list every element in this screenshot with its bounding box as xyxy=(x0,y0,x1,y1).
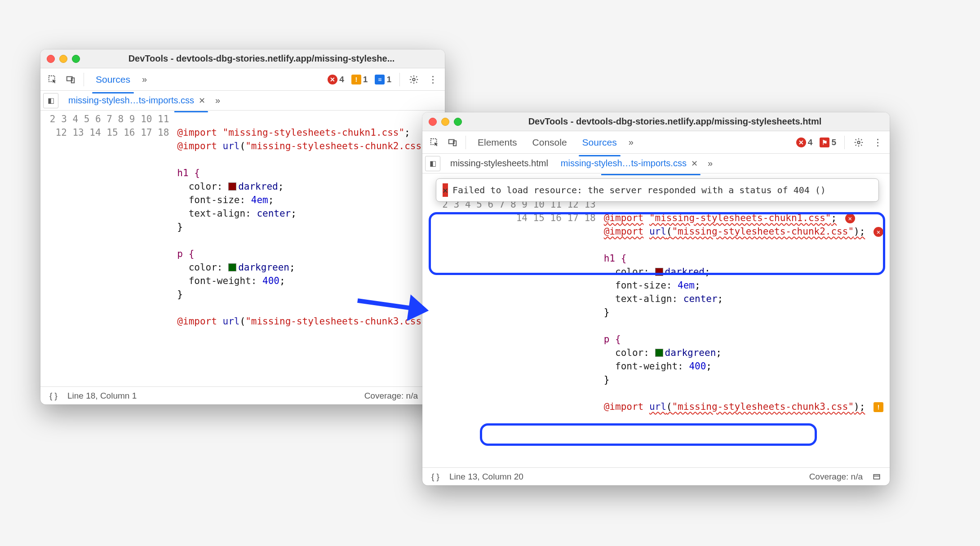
code-content[interactable]: @import "missing-stylesheets-chukn1.css"… xyxy=(601,173,890,467)
kebab-menu-icon[interactable]: ⋮ xyxy=(425,72,440,87)
cursor-position: Line 18, Column 1 xyxy=(67,391,137,401)
traffic-lights xyxy=(429,118,462,126)
settings-gear-icon[interactable] xyxy=(851,135,866,150)
warning-count-badge[interactable]: !1 xyxy=(350,74,370,85)
close-window-button[interactable] xyxy=(429,118,437,126)
devtools-window-left: DevTools - devtools-dbg-stories.netlify.… xyxy=(40,49,445,404)
file-tab-html[interactable]: missing-stylesheets.html xyxy=(445,155,554,171)
separator xyxy=(399,73,400,86)
more-tabs-chevron[interactable]: » xyxy=(139,72,150,86)
window-title: DevTools - devtools-dbg-stories.netlify.… xyxy=(84,53,439,64)
source-map-icon[interactable] xyxy=(869,469,884,484)
tab-console[interactable]: Console xyxy=(526,133,573,151)
titlebar: DevTools - devtools-dbg-stories.netlify.… xyxy=(422,112,890,131)
maximize-window-button[interactable] xyxy=(454,118,462,126)
window-title: DevTools - devtools-dbg-stories.netlify.… xyxy=(466,116,883,127)
coverage-label: Coverage: n/a xyxy=(809,472,863,482)
coverage-label: Coverage: n/a xyxy=(364,391,418,401)
more-file-tabs-chevron[interactable]: » xyxy=(705,156,715,170)
line-gutter: 2 3 4 5 6 7 8 9 10 11 12 13 14 15 16 17 … xyxy=(422,173,601,467)
error-icon: ✕ xyxy=(796,138,806,147)
file-tab-css-active[interactable]: missing-stylesh…ts-imports.css ✕ xyxy=(555,155,703,171)
error-icon: ✕ xyxy=(443,183,448,197)
issues-count: 5 xyxy=(831,138,836,147)
error-tooltip: ✕ Failed to load resource: the server re… xyxy=(436,178,879,202)
file-tabs-bar: ◧ missing-stylesheets.html missing-style… xyxy=(422,154,890,173)
file-tab-label: missing-stylesh…ts-imports.css xyxy=(561,158,687,169)
kebab-menu-icon[interactable]: ⋮ xyxy=(870,135,885,150)
color-swatch-darkgreen[interactable] xyxy=(655,349,663,357)
pretty-print-icon[interactable]: { } xyxy=(428,469,443,484)
svg-point-3 xyxy=(412,78,415,81)
file-tab-active[interactable]: missing-stylesh…ts-imports.css ✕ xyxy=(63,93,211,108)
device-toolbar-icon[interactable] xyxy=(63,72,78,87)
close-window-button[interactable] xyxy=(47,55,55,63)
status-bar: { } Line 18, Column 1 Coverage: n/a xyxy=(40,386,445,404)
navigator-toggle-icon[interactable]: ◧ xyxy=(425,156,440,171)
minimize-window-button[interactable] xyxy=(59,55,67,63)
error-count: 4 xyxy=(339,75,344,84)
status-bar: { } Line 13, Column 20 Coverage: n/a xyxy=(422,467,890,485)
tab-elements[interactable]: Elements xyxy=(471,133,523,151)
maximize-window-button[interactable] xyxy=(72,55,80,63)
inspect-element-icon[interactable] xyxy=(45,72,60,87)
inline-error-icon[interactable]: ✕ xyxy=(845,213,855,223)
main-toolbar: Elements Console Sources » ✕4 ⚑5 ⋮ xyxy=(422,131,890,154)
code-content[interactable]: @import "missing-stylesheets-chukn1.css"… xyxy=(174,111,445,386)
pretty-print-icon[interactable]: { } xyxy=(46,388,61,404)
close-tab-icon[interactable]: ✕ xyxy=(199,96,205,106)
separator xyxy=(844,136,845,149)
svg-rect-9 xyxy=(874,475,879,479)
device-toolbar-icon[interactable] xyxy=(445,135,460,150)
code-editor[interactable]: 2 3 4 5 6 7 8 9 10 11 12 13 14 15 16 17 … xyxy=(40,111,445,386)
line-gutter: 2 3 4 5 6 7 8 9 10 11 12 13 14 15 16 17 … xyxy=(40,111,174,386)
more-tabs-chevron[interactable]: » xyxy=(626,135,636,149)
error-count-badge[interactable]: ✕4 xyxy=(326,74,346,85)
issues-icon: ⚑ xyxy=(820,138,829,147)
settings-gear-icon[interactable] xyxy=(406,72,421,87)
main-toolbar: Sources » ✕4 !1 ≡1 ⋮ xyxy=(40,68,445,91)
navigator-toggle-icon[interactable]: ◧ xyxy=(43,93,58,108)
more-file-tabs-chevron[interactable]: » xyxy=(213,93,223,107)
separator xyxy=(84,73,84,86)
info-count-badge[interactable]: ≡1 xyxy=(373,74,393,85)
inspect-element-icon[interactable] xyxy=(427,135,442,150)
error-count: 4 xyxy=(808,138,813,147)
error-icon: ✕ xyxy=(328,75,337,84)
inline-error-icon[interactable]: ✕ xyxy=(874,227,883,237)
info-icon: ≡ xyxy=(375,75,385,84)
cursor-position: Line 13, Column 20 xyxy=(449,472,523,482)
issues-count-badge[interactable]: ⚑5 xyxy=(818,137,838,148)
tab-sources[interactable]: Sources xyxy=(576,133,623,151)
color-swatch-darkgreen[interactable] xyxy=(228,263,236,271)
titlebar: DevTools - devtools-dbg-stories.netlify.… xyxy=(40,49,445,68)
tooltip-text: Failed to load resource: the server resp… xyxy=(452,183,826,197)
close-tab-icon[interactable]: ✕ xyxy=(691,159,698,169)
color-swatch-darkred[interactable] xyxy=(228,182,236,191)
error-count-badge[interactable]: ✕4 xyxy=(794,137,815,148)
file-tabs-bar: ◧ missing-stylesh…ts-imports.css ✕ » xyxy=(40,91,445,111)
traffic-lights xyxy=(47,55,80,63)
warning-count: 1 xyxy=(363,75,368,84)
toolbar-right: ✕4 ⚑5 ⋮ xyxy=(794,135,885,150)
info-count: 1 xyxy=(386,75,391,84)
separator xyxy=(466,136,466,149)
toolbar-right: ✕4 !1 ≡1 ⋮ xyxy=(326,72,440,87)
devtools-window-right: DevTools - devtools-dbg-stories.netlify.… xyxy=(422,112,890,485)
code-editor[interactable]: ✕ Failed to load resource: the server re… xyxy=(422,173,890,467)
inline-warning-icon[interactable]: ! xyxy=(874,402,883,412)
tab-sources[interactable]: Sources xyxy=(89,71,137,89)
minimize-window-button[interactable] xyxy=(441,118,449,126)
warning-icon: ! xyxy=(351,75,361,84)
file-tab-label: missing-stylesh…ts-imports.css xyxy=(68,95,194,106)
svg-point-8 xyxy=(857,141,860,144)
file-tab-label: missing-stylesheets.html xyxy=(450,158,548,169)
color-swatch-darkred[interactable] xyxy=(655,268,663,276)
